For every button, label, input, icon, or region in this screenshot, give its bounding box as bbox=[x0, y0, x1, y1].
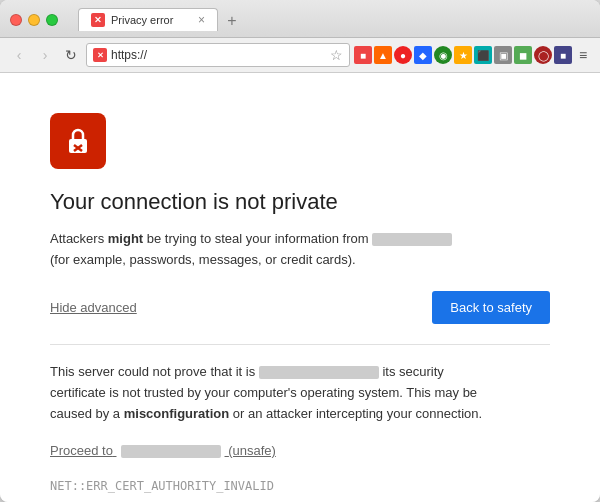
hide-advanced-link[interactable]: Hide advanced bbox=[50, 300, 137, 315]
tab-close-button[interactable]: × bbox=[198, 13, 205, 27]
proceed-link[interactable]: Proceed to (unsafe) bbox=[50, 443, 276, 458]
toolbar-icon-3[interactable]: ● bbox=[394, 46, 412, 64]
active-tab[interactable]: ✕ Privacy error × bbox=[78, 8, 218, 31]
new-tab-button[interactable]: + bbox=[222, 11, 242, 31]
description-prefix: Attackers bbox=[50, 231, 108, 246]
toolbar-icon-11[interactable]: ■ bbox=[554, 46, 572, 64]
error-icon bbox=[50, 113, 106, 169]
adv-text-1: This server could not prove that it is bbox=[50, 364, 259, 379]
proceed-label: Proceed to bbox=[50, 443, 113, 458]
toolbar-icon-4[interactable]: ◆ bbox=[414, 46, 432, 64]
proceed-row: Proceed to (unsafe) bbox=[50, 441, 550, 459]
toolbar-icon-5[interactable]: ◉ bbox=[434, 46, 452, 64]
toolbar-icon-7[interactable]: ⬛ bbox=[474, 46, 492, 64]
lock-x-icon bbox=[63, 126, 93, 156]
adv-domain-blurred bbox=[259, 366, 379, 379]
title-bar-top: ✕ Privacy error × + bbox=[10, 8, 590, 31]
description-bold: might bbox=[108, 231, 143, 246]
bookmark-icon[interactable]: ☆ bbox=[330, 47, 343, 63]
description-suffix: (for example, passwords, messages, or cr… bbox=[50, 252, 356, 267]
forward-button[interactable]: › bbox=[34, 44, 56, 66]
menu-button[interactable]: ≡ bbox=[574, 46, 592, 64]
back-to-safety-button[interactable]: Back to safety bbox=[432, 291, 550, 324]
browser-window: ✕ Privacy error × + ‹ › ↻ ✕ https:// ☆ ■… bbox=[0, 0, 600, 502]
security-icon: ✕ bbox=[93, 48, 107, 62]
reload-button[interactable]: ↻ bbox=[60, 44, 82, 66]
advanced-description: This server could not prove that it is i… bbox=[50, 361, 550, 425]
toolbar-icon-6[interactable]: ★ bbox=[454, 46, 472, 64]
maximize-button[interactable] bbox=[46, 14, 58, 26]
toolbar-icon-10[interactable]: ◯ bbox=[534, 46, 552, 64]
close-button[interactable] bbox=[10, 14, 22, 26]
section-divider bbox=[50, 344, 550, 345]
adv-text-3: or an attacker intercepting your connect… bbox=[229, 406, 482, 421]
address-bar[interactable]: ✕ https:// ☆ bbox=[86, 43, 350, 67]
back-button[interactable]: ‹ bbox=[8, 44, 30, 66]
toolbar-icons: ■ ▲ ● ◆ ◉ ★ ⬛ ▣ ◼ ◯ ■ ≡ bbox=[354, 46, 592, 64]
toolbar-icon-1[interactable]: ■ bbox=[354, 46, 372, 64]
toolbar-icon-2[interactable]: ▲ bbox=[374, 46, 392, 64]
main-heading: Your connection is not private bbox=[50, 189, 550, 215]
svg-rect-0 bbox=[69, 139, 87, 153]
unsafe-label: (unsafe) bbox=[228, 443, 276, 458]
tab-bar: ✕ Privacy error × + bbox=[78, 8, 242, 31]
main-description: Attackers might be trying to steal your … bbox=[50, 229, 550, 271]
error-code: NET::ERR_CERT_AUTHORITY_INVALID bbox=[50, 479, 550, 493]
address-text: https:// bbox=[111, 48, 147, 62]
toolbar-icon-8[interactable]: ▣ bbox=[494, 46, 512, 64]
window-controls bbox=[10, 14, 58, 26]
adv-text-bold: misconfiguration bbox=[124, 406, 229, 421]
tab-title: Privacy error bbox=[111, 14, 173, 26]
minimize-button[interactable] bbox=[28, 14, 40, 26]
page-content: Your connection is not private Attackers… bbox=[0, 73, 600, 502]
nav-bar: ‹ › ↻ ✕ https:// ☆ ■ ▲ ● ◆ ◉ ★ ⬛ ▣ ◼ ◯ ■… bbox=[0, 38, 600, 73]
tab-icon: ✕ bbox=[91, 13, 105, 27]
action-row: Hide advanced Back to safety bbox=[50, 291, 550, 324]
toolbar-icon-9[interactable]: ◼ bbox=[514, 46, 532, 64]
proceed-domain-blurred bbox=[121, 445, 221, 458]
site-url-blurred bbox=[372, 233, 452, 246]
description-mid: be trying to steal your information from bbox=[143, 231, 372, 246]
title-bar: ✕ Privacy error × + bbox=[0, 0, 600, 38]
